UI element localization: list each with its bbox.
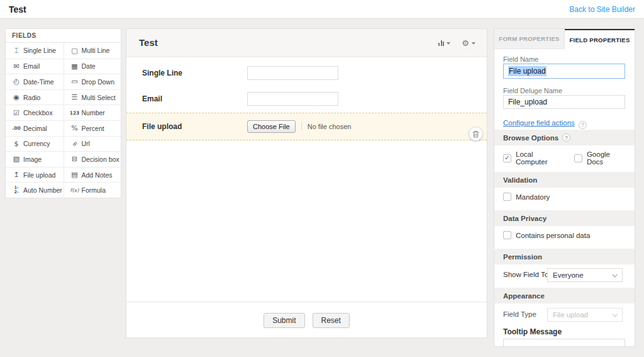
file-chosen-status: No file chosen [301, 123, 352, 130]
back-to-site-builder-link[interactable]: Back to Site Builder [569, 5, 635, 14]
field-type-label: Auto Number [23, 186, 62, 194]
multi-select-icon: ☰ [68, 93, 82, 101]
currency-icon: $ [9, 140, 23, 148]
form-row-email[interactable]: Email [126, 85, 487, 113]
chevron-down-icon [612, 272, 617, 277]
app-title: Test [9, 4, 26, 14]
contains-personal-data-checkbox[interactable]: Contains personal data [503, 231, 625, 239]
field-type-url[interactable]: ∞Url [64, 136, 121, 152]
form-canvas: Test ⚙ Single Line Email File upload Cho… [126, 28, 487, 338]
field-type-label: Image [23, 156, 42, 163]
field-name-input[interactable]: File upload [503, 64, 625, 79]
fields-panel: FIELDS ⌶Single Line ▢Multi Line ✉Email ▦… [5, 28, 121, 198]
field-type-label: Date [82, 62, 96, 70]
top-bar: Test Back to Site Builder [0, 0, 644, 19]
field-type-label: Multi Line [82, 47, 110, 54]
checkbox-unchecked-icon [574, 154, 582, 162]
configure-field-actions-link[interactable]: Configure field actions [503, 119, 575, 127]
tab-field-properties[interactable]: FIELD PROPERTIES [565, 29, 635, 49]
field-type-label: Number [82, 109, 105, 116]
selected-text: File upload [508, 66, 547, 76]
field-type-multi-line[interactable]: ▢Multi Line [64, 43, 121, 59]
field-label: File upload [142, 122, 247, 131]
image-icon: ▧ [9, 155, 23, 163]
field-type-label: Single Line [23, 47, 56, 54]
single-line-icon: ⌶ [9, 47, 23, 55]
section-validation: Validation [494, 172, 635, 188]
field-type-label: Multi Select [82, 94, 116, 101]
form-row-file-upload-selected[interactable]: File upload Choose File No file chosen [126, 113, 487, 140]
field-type-auto-number[interactable]: 1- 2-Auto Number [6, 182, 64, 198]
field-label: Email [142, 94, 247, 103]
field-type-dropdown: File upload [547, 308, 623, 322]
field-type-formula[interactable]: f(x)Formula [64, 182, 121, 198]
field-type-date[interactable]: ▦Date [64, 59, 121, 74]
checkbox-label: Contains personal data [516, 232, 590, 239]
checkbox-unchecked-icon [503, 231, 511, 239]
field-type-label: Decision box [82, 156, 119, 163]
section-title: Data Privacy [503, 215, 547, 222]
field-type-add-notes[interactable]: ▤Add Notes [64, 167, 121, 183]
deluge-name-input[interactable] [503, 95, 625, 109]
trash-icon [472, 130, 479, 138]
help-icon[interactable]: ? [562, 133, 570, 142]
submit-button[interactable]: Submit [264, 313, 304, 328]
field-type-number[interactable]: 123Number [64, 105, 121, 120]
field-type-decision-box[interactable]: ⊟Decision box [64, 151, 121, 167]
show-field-to-dropdown[interactable]: Everyone [547, 268, 623, 282]
gear-icon: ⚙ [462, 39, 469, 47]
tooltip-message-input[interactable] [503, 339, 625, 347]
email-input[interactable] [247, 92, 338, 106]
radio-icon: ◉ [9, 93, 23, 101]
single-line-input[interactable] [247, 66, 338, 80]
field-type-file-upload[interactable]: ↥File upload [6, 167, 64, 183]
number-icon: 123 [68, 110, 82, 116]
field-type-currency[interactable]: $Currency [6, 136, 64, 152]
deluge-name-label: Field Deluge Name [503, 87, 625, 94]
field-type-image[interactable]: ▧Image [6, 151, 64, 167]
settings-menu-button[interactable]: ⚙ [462, 39, 475, 47]
choose-file-button[interactable]: Choose File [247, 120, 296, 133]
field-type-label: Add Notes [82, 171, 113, 179]
checkbox-label: Local Computer [516, 150, 563, 166]
date-icon: ▦ [68, 62, 82, 71]
field-type-label: Drop Down [82, 78, 115, 86]
field-type-label: Checkbox [23, 109, 53, 116]
google-docs-checkbox[interactable]: Google Docs [574, 150, 625, 166]
properties-panel: FORM PROPERTIES FIELD PROPERTIES Field N… [494, 28, 635, 347]
field-type-checkbox[interactable]: ☑Checkbox [6, 105, 64, 120]
field-type-date-time[interactable]: ◴Date-Time [6, 74, 64, 89]
tab-form-properties[interactable]: FORM PROPERTIES [494, 29, 565, 49]
reset-button[interactable]: Reset [313, 313, 350, 328]
field-type-email[interactable]: ✉Email [6, 59, 64, 74]
local-computer-checkbox[interactable]: Local Computer [503, 150, 563, 166]
decimal-icon: .00 [9, 125, 23, 131]
form-title: Test [139, 37, 158, 48]
form-row-single-line[interactable]: Single Line [126, 59, 487, 87]
caret-down-icon [472, 42, 475, 45]
checkbox-label: Mandatory [516, 193, 550, 201]
field-type-label: Date-Time [23, 78, 54, 86]
help-icon[interactable]: ? [579, 121, 587, 129]
field-type-single-line[interactable]: ⌶Single Line [6, 43, 64, 59]
mandatory-checkbox[interactable]: Mandatory [503, 193, 625, 201]
section-title: Permission [503, 253, 542, 261]
field-type-label: Url [82, 140, 90, 147]
form-footer: Submit Reset [126, 302, 487, 337]
drop-down-icon: ▭ [68, 77, 82, 86]
bar-chart-icon [438, 40, 444, 46]
field-type-radio[interactable]: ◉Radio [6, 89, 64, 105]
report-menu-button[interactable] [438, 40, 450, 46]
field-type-drop-down[interactable]: ▭Drop Down [64, 74, 121, 89]
delete-field-button[interactable] [469, 127, 483, 141]
checkbox-icon: ☑ [9, 109, 23, 117]
field-type-multi-select[interactable]: ☰Multi Select [64, 89, 121, 105]
chevron-down-icon [612, 312, 617, 317]
field-type-decimal[interactable]: .00Decimal [6, 120, 64, 136]
field-name-label: Field Name [503, 55, 625, 63]
caret-down-icon [447, 42, 450, 45]
fields-panel-header: FIELDS [6, 29, 121, 43]
formula-icon: f(x) [68, 188, 82, 193]
field-type-percent[interactable]: %Percent [64, 120, 121, 136]
url-icon: ∞ [67, 136, 82, 152]
